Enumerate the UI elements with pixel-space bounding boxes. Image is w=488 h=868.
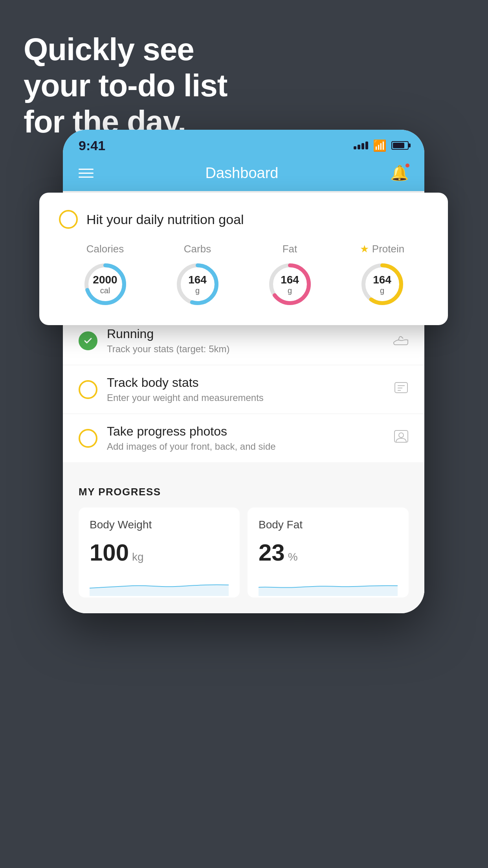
todo-item-progress-photos[interactable]: Take progress photos Add images of your … (63, 414, 424, 462)
todo-checkbox-progress-photos[interactable] (79, 429, 97, 448)
status-bar: 9:41 📶 (63, 130, 424, 158)
protein-label: Protein (372, 243, 404, 255)
hamburger-line (79, 173, 94, 174)
body-fat-card[interactable]: Body Fat 23 % (248, 508, 409, 598)
body-weight-label: Body Weight (90, 519, 229, 531)
calories-value: 2000 cal (93, 274, 117, 295)
todo-title-running: Running (107, 327, 383, 341)
progress-section: MY PROGRESS Body Weight 100 kg B (63, 474, 424, 613)
nutrition-card-header: Hit your daily nutrition goal (59, 210, 428, 229)
progress-spacer (63, 462, 424, 474)
protein-donut: 164 g (359, 261, 406, 308)
body-weight-number: 100 (90, 539, 129, 566)
nutrition-goal-title: Hit your daily nutrition goal (86, 212, 244, 227)
protein-star-icon: ★ (360, 243, 369, 255)
hamburger-line (79, 177, 94, 178)
carbs-label: Carbs (184, 243, 211, 255)
todo-checkbox-running[interactable] (79, 331, 97, 350)
progress-section-title: MY PROGRESS (79, 486, 409, 498)
todo-item-body-stats[interactable]: Track body stats Enter your weight and m… (63, 365, 424, 414)
nutrition-checkbox[interactable] (59, 210, 78, 229)
bell-icon[interactable]: 🔔 (390, 164, 409, 182)
todo-checkbox-body-stats[interactable] (79, 380, 97, 399)
todo-list: Running Track your stats (target: 5km) T… (63, 316, 424, 462)
body-fat-unit: % (288, 551, 298, 563)
header-title: Dashboard (205, 165, 279, 182)
fat-value: 164 g (281, 274, 299, 295)
status-time: 9:41 (79, 138, 105, 153)
todo-subtitle-body-stats: Enter your weight and measurements (107, 392, 384, 403)
calories-label: Calories (86, 243, 124, 255)
battery-icon (391, 141, 409, 150)
carbs-donut: 164 g (174, 261, 221, 308)
body-fat-number: 23 (259, 539, 285, 566)
carbs-value: 164 g (188, 274, 207, 295)
body-weight-unit: kg (132, 551, 144, 563)
macro-protein: ★ Protein 164 g (359, 243, 406, 308)
scale-icon (394, 380, 409, 399)
wifi-icon: 📶 (373, 139, 387, 152)
person-photo-icon (394, 429, 409, 447)
body-weight-card[interactable]: Body Weight 100 kg (79, 508, 240, 598)
body-fat-chart (259, 572, 398, 596)
hero-text: Quickly see your to-do list for the day. (24, 31, 227, 140)
macro-fat: Fat 164 g (266, 243, 314, 308)
body-fat-label: Body Fat (259, 519, 398, 531)
svg-point-5 (399, 433, 404, 438)
status-icons: 📶 (354, 139, 409, 152)
todo-subtitle-running: Track your stats (target: 5km) (107, 344, 383, 355)
fat-label: Fat (283, 243, 297, 255)
body-weight-value: 100 kg (90, 539, 229, 566)
hamburger-line (79, 169, 94, 170)
protein-value: 164 g (373, 274, 391, 295)
todo-subtitle-progress-photos: Add images of your front, back, and side (107, 441, 384, 452)
todo-title-body-stats: Track body stats (107, 375, 384, 390)
macro-carbs: Carbs 164 g (174, 243, 221, 308)
nutrition-card: Hit your daily nutrition goal Calories 2… (39, 193, 448, 325)
body-weight-chart (90, 572, 229, 596)
app-header: Dashboard 🔔 (63, 158, 424, 191)
todo-content-body-stats: Track body stats Enter your weight and m… (107, 375, 384, 403)
hero-line1: Quickly see (24, 31, 227, 68)
bell-notification-dot (405, 163, 410, 168)
running-shoe-icon (393, 333, 409, 349)
hero-line2: your to-do list (24, 68, 227, 104)
nutrition-macros: Calories 2000 cal Carbs (59, 243, 428, 308)
fat-donut: 164 g (266, 261, 314, 308)
macro-calories: Calories 2000 cal (82, 243, 129, 308)
hamburger-menu[interactable] (79, 169, 94, 178)
body-fat-value: 23 % (259, 539, 398, 566)
todo-content-progress-photos: Take progress photos Add images of your … (107, 424, 384, 452)
signal-icon (354, 142, 368, 149)
progress-cards: Body Weight 100 kg Body Fat 23 % (79, 508, 409, 598)
todo-title-progress-photos: Take progress photos (107, 424, 384, 439)
todo-content-running: Running Track your stats (target: 5km) (107, 327, 383, 355)
checkmark-icon (83, 336, 93, 346)
calories-donut: 2000 cal (82, 261, 129, 308)
